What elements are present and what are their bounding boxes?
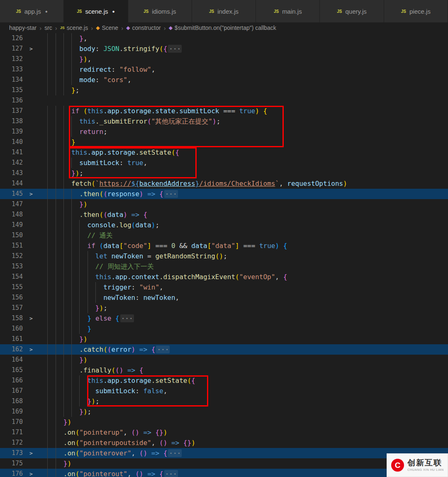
line-number: 143 [0,168,23,178]
modified-dot-icon[interactable]: ● [45,9,48,14]
code-line-160[interactable]: 160 } [0,324,448,334]
fold-chevron-icon[interactable]: > [23,44,39,54]
line-number: 139 [0,127,23,137]
code-line-139[interactable]: 139 return; [0,127,448,137]
fold-gutter [23,427,39,438]
code-line-166[interactable]: 166 this.app.storage.setState({ [0,375,448,386]
tab-index.js[interactable]: JSindex.js [192,0,256,22]
fold-gutter [23,375,39,386]
code-text: // 周知进入下一关 [39,261,154,272]
modified-dot-icon[interactable]: ● [112,9,115,14]
code-line-164[interactable]: 164 }) [0,355,448,365]
code-line-141[interactable]: 141 this.app.storage.setState({ [0,147,448,158]
code-line-173[interactable]: 173> .on("pointerover", () => {··· [0,448,448,458]
tab-idioms.js[interactable]: JSidioms.js [128,0,192,22]
line-number: 173 [0,448,23,458]
fold-chevron-icon[interactable]: > [23,313,39,324]
tab-piece.js[interactable]: JSpiece.js [384,0,448,22]
watermark-subtitle: CHUANG XIN HU LIAN [407,468,444,472]
code-area: 126 },127> body: JSON.stringify({···132 … [0,33,448,477]
fold-gutter [23,220,39,230]
code-line-135[interactable]: 135 }; [0,85,448,95]
line-number: 140 [0,137,23,147]
breadcrumb-item[interactable]: ◆constructor [126,24,161,31]
line-number: 164 [0,355,23,365]
code-line-171[interactable]: 171 .on("pointerup", () => {}) [0,427,448,438]
code-line-133[interactable]: 133 redirect: "follow", [0,64,448,75]
code-line-165[interactable]: 165 .finally(() => { [0,365,448,375]
code-line-147[interactable]: 147 }) [0,199,448,209]
code-line-144[interactable]: 144 fetch(`https://${backendAddress}/idi… [0,178,448,189]
line-number: 137 [0,106,23,116]
code-text: submitLock: false, [39,386,167,396]
code-line-137[interactable]: 137 if (this.app.storage.state.submitLoc… [0,106,448,116]
code-line-158[interactable]: 158> } else {··· [0,313,448,324]
breadcrumb-item[interactable]: src [44,24,52,31]
code-line-157[interactable]: 157 }); [0,303,448,313]
fold-chevron-icon[interactable]: > [23,344,39,355]
tab-scene.js[interactable]: JSscene.js● [64,0,128,22]
code-text: .on("pointerupoutside", () => {}) [39,438,195,448]
code-line-169[interactable]: 169 }); [0,406,448,417]
fold-gutter [23,396,39,406]
fold-gutter [23,158,39,168]
fold-chevron-icon[interactable]: > [23,469,39,477]
tab-label: app.js [24,8,41,15]
code-line-126[interactable]: 126 }, [0,33,448,44]
code-line-162[interactable]: 162> .catch((error) => {··· [0,344,448,355]
breadcrumb-separator-icon: › [55,24,57,32]
breadcrumb-item[interactable]: ◆Scene [96,24,118,31]
line-number: 126 [0,33,23,44]
code-line-136[interactable]: 136 [0,95,448,106]
code-line-176[interactable]: 176> .on("pointerout", () => {··· [0,469,448,477]
code-text: fetch(`https://${backendAddress}/idioms/… [39,178,347,189]
breadcrumb-item[interactable]: happy-star [9,24,37,31]
line-number: 149 [0,220,23,230]
line-number: 136 [0,95,23,106]
fold-gutter [23,137,39,147]
code-text: // 通关 [39,230,113,241]
tab-main.js[interactable]: JSmain.js [256,0,320,22]
code-line-156[interactable]: 156 newToken: newToken, [0,292,448,303]
code-line-153[interactable]: 153 // 周知进入下一关 [0,261,448,272]
code-line-143[interactable]: 143 }); [0,168,448,178]
breadcrumb-item[interactable]: JSscene.js [60,24,88,31]
line-number: 133 [0,64,23,75]
code-line-155[interactable]: 155 trigger: "win", [0,282,448,292]
line-number: 151 [0,241,23,251]
code-line-170[interactable]: 170 }) [0,417,448,427]
tab-app.js[interactable]: JSapp.js● [0,0,64,22]
js-file-icon: JS [401,9,406,14]
code-line-161[interactable]: 161 }) [0,334,448,344]
code-line-148[interactable]: 148 .then((data) => { [0,209,448,220]
code-line-150[interactable]: 150 // 通关 [0,230,448,241]
tab-query.js[interactable]: JSquery.js [320,0,384,22]
breadcrumb-label: scene.js [67,24,88,31]
code-line-152[interactable]: 152 let newToken = getRandomString(); [0,251,448,261]
breadcrumb-item[interactable]: ◆$submitButton.on("pointertap") callback [169,24,276,31]
code-line-172[interactable]: 172 .on("pointerupoutside", () => {}) [0,438,448,448]
code-text: }) [39,458,71,469]
code-line-138[interactable]: 138 this._submitError("其他玩家正在提交"); [0,116,448,127]
code-text: .catch((error) => {··· [39,344,170,355]
fold-gutter [23,75,39,85]
fold-chevron-icon[interactable]: > [23,189,39,199]
code-line-145[interactable]: 145> .then((response) => {··· [0,189,448,199]
code-line-175[interactable]: 175 }) [0,458,448,469]
code-text: }); [39,396,100,406]
code-line-134[interactable]: 134 mode: "cors", [0,75,448,85]
code-line-154[interactable]: 154 this.app.context.dispatchMagixEvent(… [0,272,448,282]
code-line-149[interactable]: 149 console.log(data); [0,220,448,230]
code-line-132[interactable]: 132 }), [0,54,448,64]
code-line-167[interactable]: 167 submitLock: false, [0,386,448,396]
fold-gutter [23,241,39,251]
code-line-168[interactable]: 168 }); [0,396,448,406]
code-line-151[interactable]: 151 if (data["code"] === 0 && data["data… [0,241,448,251]
code-line-127[interactable]: 127> body: JSON.stringify({··· [0,44,448,54]
code-line-140[interactable]: 140 } [0,137,448,147]
fold-chevron-icon[interactable]: > [23,448,39,458]
line-number: 165 [0,365,23,375]
code-line-142[interactable]: 142 submitLock: true, [0,158,448,168]
fold-gutter [23,33,39,44]
fold-gutter [23,251,39,261]
